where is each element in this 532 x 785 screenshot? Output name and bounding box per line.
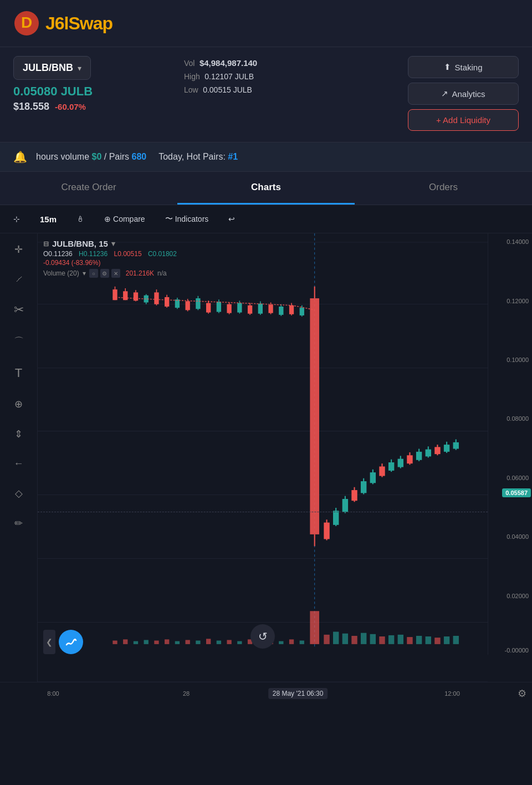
pen-tool[interactable]: ✏ <box>11 514 26 533</box>
timeframe-button[interactable]: 15m <box>35 212 61 226</box>
svg-rect-90 <box>196 640 200 644</box>
chart-ohlc: O0.11236 H0.11236 L0.00515 C0.01802 <box>43 250 177 258</box>
time-label-28: 28 <box>183 690 190 697</box>
vol-section: Vol $4,984,987.140 High 0.12107 JULB Low… <box>184 56 348 131</box>
svg-rect-102 <box>324 635 329 644</box>
staking-button[interactable]: ⬆ Staking <box>408 56 519 78</box>
svg-rect-104 <box>342 634 348 644</box>
svg-rect-101 <box>310 611 319 644</box>
collapse-panel-button[interactable]: ❮ <box>43 630 55 654</box>
time-label-12: 12:00 <box>444 690 460 697</box>
bottom-left-tools: ❮ <box>43 630 83 654</box>
svg-rect-82 <box>112 640 117 644</box>
time-label-8: 8:00 <box>47 690 59 697</box>
plus-icon: ⊕ <box>104 215 111 223</box>
price-label-02: 0.02000 <box>507 593 529 599</box>
diamond-tool[interactable]: ◇ <box>12 484 26 503</box>
app-header: D J6lSwap <box>0 0 532 47</box>
svg-rect-109 <box>388 635 394 644</box>
svg-rect-94 <box>237 641 242 644</box>
cursor-tool-button[interactable]: ⊹ <box>9 212 24 226</box>
action-buttons: ⬆ Staking ↗ Analytics + Add Liquidity <box>355 56 519 131</box>
vol-settings-button[interactable]: ⚙ <box>100 269 109 278</box>
price-label-06: 0.06000 <box>507 475 529 481</box>
upload-icon: ⬆ <box>444 62 451 72</box>
svg-rect-92 <box>217 640 221 644</box>
pair-label: JULB/BNB <box>23 62 73 74</box>
svg-rect-110 <box>398 635 403 644</box>
candle-icon: 🕯 <box>76 215 84 223</box>
reset-view-button[interactable]: ↺ <box>250 624 275 649</box>
pair-dropdown-icon[interactable]: ▾ <box>111 239 115 248</box>
svg-rect-107 <box>370 634 376 644</box>
node-tool[interactable]: ⊕ <box>11 395 26 414</box>
svg-rect-88 <box>175 641 180 644</box>
vol-view-button[interactable]: ○ <box>89 269 98 278</box>
info-bar: JULB/BNB ▾ 0.05080 JULB $18.558 -60.07% … <box>0 47 532 142</box>
svg-rect-93 <box>227 640 231 644</box>
arc-tool[interactable]: ⌒ <box>11 332 27 351</box>
scale-tool[interactable]: ⇕ <box>11 425 26 444</box>
low-row: Low 0.00515 JULB <box>184 85 348 95</box>
svg-rect-84 <box>134 641 138 644</box>
svg-rect-111 <box>407 637 412 644</box>
line-tool[interactable]: ⟋ <box>11 270 27 288</box>
chevron-down-icon: ▾ <box>78 64 81 73</box>
scissors-tool[interactable]: ✂ <box>11 299 27 320</box>
price-label-08: 0.08000 <box>507 415 529 422</box>
svg-rect-100 <box>300 640 304 644</box>
svg-rect-108 <box>379 636 385 644</box>
price-label-04: 0.04000 <box>507 533 529 540</box>
crosshair-tool[interactable]: ✛ <box>11 240 26 259</box>
chart-ma-line: -0.09434 (-83.96%) <box>43 259 177 267</box>
back-tool[interactable]: ← <box>11 455 27 473</box>
price-usd: $18.558 <box>13 101 49 113</box>
undo-button[interactable]: ↩ <box>224 212 239 226</box>
svg-rect-116 <box>453 636 459 644</box>
high-row: High 0.12107 JULB <box>184 72 348 81</box>
price-scale: 0.14000 0.12000 0.10000 0.08000 0.06000 … <box>488 233 532 655</box>
svg-rect-91 <box>206 639 211 644</box>
time-axis: 8:00 28 28 May '21 06:30 12:00 ⚙ <box>0 682 532 704</box>
pair-selector[interactable]: JULB/BNB ▾ <box>13 56 91 80</box>
chart-icon: ↗ <box>441 89 448 99</box>
svg-rect-113 <box>426 636 431 644</box>
chart-settings-button[interactable]: ⚙ <box>518 687 526 700</box>
tab-orders[interactable]: Orders <box>355 172 532 205</box>
wave-icon: 〜 <box>165 214 173 224</box>
chart-type-button[interactable] <box>59 630 83 654</box>
chart-toolbar: ⊹ 15m 🕯 ⊕ Compare 〜 Indicators ↩ <box>0 205 532 233</box>
price-label-12: 0.12000 <box>507 298 529 304</box>
svg-rect-115 <box>444 636 449 644</box>
time-label-current: 28 May '21 06:30 <box>268 688 328 699</box>
svg-rect-85 <box>144 640 149 644</box>
tab-create-order[interactable]: Create Order <box>0 172 177 205</box>
chart-container: ⊹ 15m 🕯 ⊕ Compare 〜 Indicators ↩ ✛ ⟋ ✂ ⌒… <box>0 205 532 704</box>
price-label-14: 0.14000 <box>507 238 529 245</box>
add-liquidity-button[interactable]: + Add Liquidity <box>408 109 519 131</box>
tab-charts[interactable]: Charts <box>177 172 355 205</box>
vol-remove-button[interactable]: ✕ <box>111 269 120 278</box>
svg-rect-98 <box>279 641 283 644</box>
pair-price-col: JULB/BNB ▾ 0.05080 JULB $18.558 -60.07% <box>13 56 177 131</box>
compare-button[interactable]: ⊕ Compare <box>100 212 150 226</box>
chart-main: ✛ ⟋ ✂ ⌒ T ⊕ ⇕ ← ◇ ✏ ⊟ JULB/BNB, 15 ▾ O0.… <box>0 233 532 682</box>
vol-row: Vol $4,984,987.140 <box>184 58 348 68</box>
svg-rect-99 <box>289 639 294 644</box>
svg-rect-112 <box>416 636 422 644</box>
undo-icon: ↩ <box>228 215 235 223</box>
chart-left-tools: ✛ ⟋ ✂ ⌒ T ⊕ ⇕ ← ◇ ✏ <box>0 233 38 682</box>
chart-pair-label: ⊟ JULB/BNB, 15 ▾ <box>43 239 177 248</box>
indicators-button[interactable]: 〜 Indicators <box>161 212 213 226</box>
svg-rect-103 <box>333 632 339 644</box>
ticker-banner: 🔔 hours volume $0 / Pairs 680 Today, Hot… <box>0 142 532 172</box>
svg-rect-105 <box>351 636 357 644</box>
current-price-badge: 0.05587 <box>502 487 531 497</box>
text-tool[interactable]: T <box>12 363 25 384</box>
cursor-icon: ⊹ <box>13 215 20 223</box>
candle-type-button[interactable]: 🕯 <box>72 212 89 226</box>
svg-rect-114 <box>434 638 440 644</box>
analytics-button[interactable]: ↗ Analytics <box>408 83 519 105</box>
svg-rect-86 <box>154 640 158 644</box>
chart-overlay-info: ⊟ JULB/BNB, 15 ▾ O0.11236 H0.11236 L0.00… <box>43 239 177 278</box>
